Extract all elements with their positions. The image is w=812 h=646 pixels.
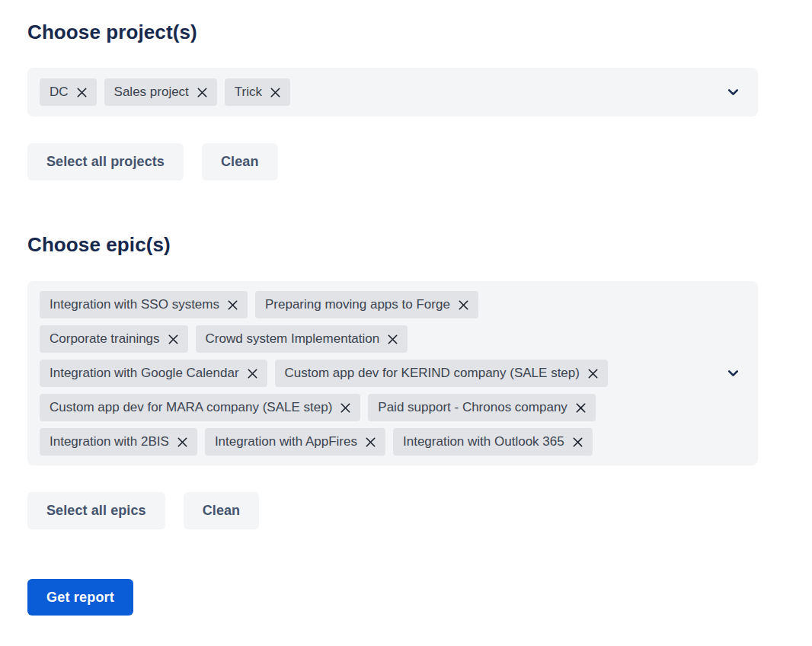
clean-epics-button[interactable]: Clean [184,492,260,529]
selected-option-tag: Integration with 2BIS [40,428,197,456]
tag-label: Integration with Outlook 365 [403,434,564,449]
selected-option-tag: Integration with AppFires [205,428,385,456]
selected-option-tag: Preparing moving apps to Forge [255,291,478,318]
remove-tag-x-icon[interactable] [573,437,583,447]
remove-tag-x-icon[interactable] [197,88,207,98]
selected-option-tag: Sales project [104,78,217,106]
select-all-projects-button[interactable]: Select all projects [27,143,184,181]
tag-label: Preparing moving apps to Forge [265,297,450,312]
selected-option-tag: Integration with Outlook 365 [393,428,593,456]
remove-tag-x-icon[interactable] [576,403,586,413]
tag-label: Integration with SSO systems [50,297,219,312]
tag-label: DC [50,85,69,100]
remove-tag-x-icon[interactable] [248,369,257,379]
selected-option-tag: DC [40,78,97,106]
selected-epics-list: Integration with SSO systemsPreparing mo… [40,291,709,456]
epics-heading: Choose epic(s) [27,232,785,257]
epics-actions: Select all epics Clean [27,492,785,529]
tag-label: Crowd system Implementation [206,331,380,347]
tag-label: Corporate trainings [50,331,160,347]
clean-projects-button[interactable]: Clean [202,143,278,181]
selected-option-tag: Integration with SSO systems [40,291,248,318]
tag-label: Custom app dev for KERIND company (SALE … [285,366,580,381]
tag-label: Sales project [114,85,189,100]
tag-label: Integration with Google Calendar [50,366,239,381]
report-filter-page: Choose project(s) DCSales projectTrick S… [0,0,812,616]
tag-label: Paid support - Chronos company [378,400,567,415]
tag-label: Custom app dev for MARA company (SALE st… [50,400,332,415]
remove-tag-x-icon[interactable] [168,334,178,344]
selected-projects-list: DCSales projectTrick [40,78,709,106]
remove-tag-x-icon[interactable] [177,437,187,447]
selected-epics-row: Integration with 2BISIntegration with Ap… [40,428,709,456]
remove-tag-x-icon[interactable] [270,88,280,98]
selected-option-tag: Paid support - Chronos company [368,394,596,421]
remove-tag-x-icon[interactable] [340,403,350,413]
tag-label: Integration with 2BIS [50,434,169,449]
selected-option-tag: Integration with Google Calendar [40,360,267,387]
selected-option-tag: Crowd system Implementation [196,325,408,353]
select-all-epics-button[interactable]: Select all epics [27,492,165,529]
remove-tag-x-icon[interactable] [366,437,376,447]
projects-heading: Choose project(s) [27,20,785,44]
remove-tag-x-icon[interactable] [588,369,598,379]
selected-option-tag: Custom app dev for KERIND company (SALE … [275,360,608,387]
chevron-down-icon[interactable] [727,86,740,99]
projects-actions: Select all projects Clean [27,143,785,181]
tag-label: Integration with AppFires [215,434,357,449]
remove-tag-x-icon[interactable] [388,334,398,344]
get-report-button[interactable]: Get report [27,579,133,616]
selected-epics-row: Corporate trainingsCrowd system Implemen… [40,325,709,353]
tag-label: Trick [235,85,262,100]
remove-tag-x-icon[interactable] [459,300,468,310]
projects-multiselect[interactable]: DCSales projectTrick [27,68,758,117]
selected-epics-row: Integration with SSO systemsPreparing mo… [40,291,709,318]
selected-option-tag: Trick [225,78,290,106]
epics-multiselect[interactable]: Integration with SSO systemsPreparing mo… [27,281,758,465]
selected-option-tag: Corporate trainings [40,325,188,353]
chevron-down-icon[interactable] [727,367,740,380]
remove-tag-x-icon[interactable] [228,300,238,310]
remove-tag-x-icon[interactable] [77,88,87,98]
selected-epics-row: Integration with Google CalendarCustom a… [40,360,709,387]
selected-option-tag: Custom app dev for MARA company (SALE st… [40,394,360,421]
selected-epics-row: Custom app dev for MARA company (SALE st… [40,394,709,421]
